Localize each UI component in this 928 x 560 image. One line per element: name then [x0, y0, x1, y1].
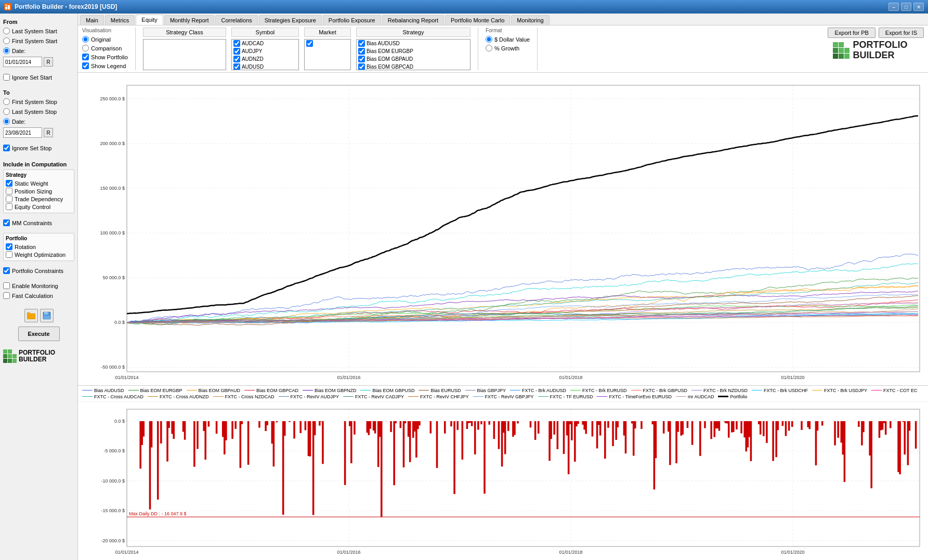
save-button[interactable] — [40, 309, 54, 322]
legend-item: FXTC - Brk AUDUSD — [510, 388, 566, 393]
tab-main[interactable]: Main — [80, 15, 104, 25]
tab-metrics[interactable]: Metrics — [105, 15, 135, 25]
maximize-button[interactable]: □ — [901, 3, 911, 11]
from-last-system-start[interactable]: Last System Start — [3, 27, 74, 35]
svg-rect-2 — [5, 4, 7, 6]
pb-logo-grid-top — [833, 42, 849, 59]
weight-optimization-check[interactable]: Weight Optimization — [6, 251, 72, 258]
dd-chart-container — [78, 402, 928, 560]
from-first-system-start[interactable]: First System Start — [3, 37, 74, 45]
export-logo-section: Export for PB Export for IS — [828, 28, 924, 61]
legend-item: Bias EOM GBPAUD — [187, 388, 240, 393]
legend-item: Bias AUDUSD — [82, 388, 124, 393]
show-legend-check[interactable]: Show Legend — [82, 62, 128, 70]
trade-dependency-check[interactable]: Trade Dependency — [6, 195, 72, 203]
symbol-audnzd[interactable]: AUDNZD — [232, 55, 298, 63]
show-legend-label: Show Legend — [91, 63, 126, 69]
to-date-input[interactable]: 23/08/2021 — [3, 127, 42, 138]
tab-portfolio-monte-carlo[interactable]: Portfolio Monte Carlo — [445, 15, 510, 25]
strategy-bias-eom-gbpaud[interactable]: Bias EOM GBPAUD — [357, 55, 470, 63]
tab-portfolio-exposure[interactable]: Portfolio Exposure — [323, 15, 381, 25]
tab-equity[interactable]: Equity — [136, 15, 163, 25]
legend-item: FXTC - Brk NZDUSD — [691, 388, 748, 393]
vis-original[interactable]: Original — [82, 35, 128, 43]
title-bar: Portfolio Builder - forex2019 [USD] – □ … — [0, 0, 928, 14]
fast-calculation-label: Fast Calculation — [12, 293, 53, 299]
enable-monitoring-label: Enable Monitoring — [12, 283, 58, 289]
execute-button[interactable]: Execute — [18, 327, 60, 341]
minimize-button[interactable]: – — [888, 3, 899, 11]
position-sizing-check[interactable]: Position Sizing — [6, 187, 72, 195]
portfolio-constraints-check[interactable]: Portfolio Constraints — [3, 267, 74, 275]
ignore-set-start-check[interactable]: Ignore Set Start — [3, 73, 74, 81]
legend-item: FXTC - Brk GBPUSD — [631, 388, 688, 393]
tab-monitoring[interactable]: Monitoring — [511, 15, 549, 25]
strategy-bias-eom-eurgbp[interactable]: Bias EOM EURGBP — [357, 47, 470, 55]
tab-rebalancing-report[interactable]: Rebalancing Report — [382, 15, 444, 25]
vis-original-label: Original — [91, 36, 111, 43]
to-date-reset[interactable]: R — [44, 128, 53, 137]
to-last-system-stop[interactable]: Last System Stop — [3, 108, 74, 115]
to-first-system-stop[interactable]: First System Stop — [3, 98, 74, 106]
pb-logo-text-top: PORTFOLIOBUILDER — [853, 40, 907, 61]
symbol-list[interactable]: AUDCAD AUDJPY AUDNZD AUDUSD — [231, 39, 299, 70]
fast-calculation-check[interactable]: Fast Calculation — [3, 292, 74, 299]
format-growth[interactable]: % Growth — [486, 44, 530, 52]
static-weight-check[interactable]: Static Weight — [6, 179, 72, 187]
symbol-section: Symbol AUDCAD AUDJPY AUDNZD AUDUSD — [231, 28, 299, 70]
ignore-set-stop-check[interactable]: Ignore Set Stop — [3, 144, 74, 152]
svg-rect-0 — [5, 7, 7, 9]
mm-constraints-check[interactable]: MM Constraints — [3, 219, 74, 227]
legend-item: FXTC - COT EC — [871, 388, 917, 393]
format-label: Format — [486, 28, 530, 33]
tab-monthly-report[interactable]: Monthly Report — [164, 15, 215, 25]
rotation-check[interactable]: Rotation — [6, 243, 72, 251]
legend-item: FXTC - Cross NZDCAD — [213, 394, 275, 399]
vis-comparison[interactable]: Comparison — [82, 44, 128, 52]
legend-item: FXTC - Brk EURUSD — [570, 388, 627, 393]
strategy-group-title: Strategy — [6, 172, 72, 178]
symbol-audusd[interactable]: AUDUSD — [232, 63, 298, 70]
market-item1[interactable] — [305, 40, 350, 47]
legend-item: FXTC - Brk USDCHF — [752, 388, 808, 393]
legend-item: Bias GBPJPY — [465, 388, 506, 393]
strategy-section: Strategy Bias AUDUSD Bias EOM EURGBP Bia… — [356, 28, 470, 70]
from-date-radio[interactable]: Date: — [3, 47, 74, 55]
mm-constraints-label: MM Constraints — [12, 220, 52, 226]
strategy-class-list[interactable] — [143, 39, 226, 70]
export-pb-button[interactable]: Export for PB — [828, 28, 875, 38]
strategy-list[interactable]: Bias AUDUSD Bias EOM EURGBP Bias EOM GBP… — [356, 39, 470, 70]
ignore-set-start-label: Ignore Set Start — [12, 74, 52, 81]
strategy-bias-audusd[interactable]: Bias AUDUSD — [357, 40, 470, 47]
show-portfolio-check[interactable]: Show Portfolio — [82, 53, 128, 61]
market-list[interactable] — [304, 39, 351, 70]
format-dollar[interactable]: $ Dollar Value — [486, 35, 530, 43]
from-date-reset[interactable]: R — [44, 57, 53, 67]
export-is-button[interactable]: Export for IS — [879, 28, 924, 38]
to-date-radio[interactable]: Date: — [3, 118, 74, 125]
symbol-audcad[interactable]: AUDCAD — [232, 40, 298, 47]
divider3 — [537, 28, 538, 70]
strategy-bias-eom-gbpcad[interactable]: Bias EOM GBPCAD — [357, 63, 470, 70]
to-date-row: 23/08/2021 R — [3, 127, 74, 138]
portfolio-group: Portfolio Rotation Weight Optimization — [3, 233, 74, 261]
export-buttons: Export for PB Export for IS — [828, 28, 924, 38]
folder-button[interactable] — [24, 309, 38, 322]
svg-rect-1 — [8, 5, 10, 9]
equity-control-check[interactable]: Equity Control — [6, 203, 72, 211]
close-button[interactable]: ✕ — [913, 3, 924, 11]
tab-strategies-exposure[interactable]: Strategies Exposure — [259, 15, 322, 25]
main-chart — [80, 75, 928, 386]
legend-item: FXTC - RevIV CADJPY — [343, 394, 404, 399]
legend-item: FXTC - Brk USDJPY — [812, 388, 867, 393]
portfolio-group-title: Portfolio — [6, 236, 72, 241]
legend-item: Portfolio — [718, 394, 747, 399]
divider2 — [478, 28, 478, 70]
legend-item: Bias EOM EURGBP — [128, 388, 182, 393]
from-date-input[interactable]: 01/01/2014 — [3, 57, 42, 67]
toolbar-row: Visualisation Original Comparison Show P… — [78, 25, 928, 73]
enable-monitoring-check[interactable]: Enable Monitoring — [3, 282, 74, 290]
tab-correlations[interactable]: Correlations — [215, 15, 257, 25]
symbol-audjpy[interactable]: AUDJPY — [232, 47, 298, 55]
from-label: From — [3, 19, 74, 25]
